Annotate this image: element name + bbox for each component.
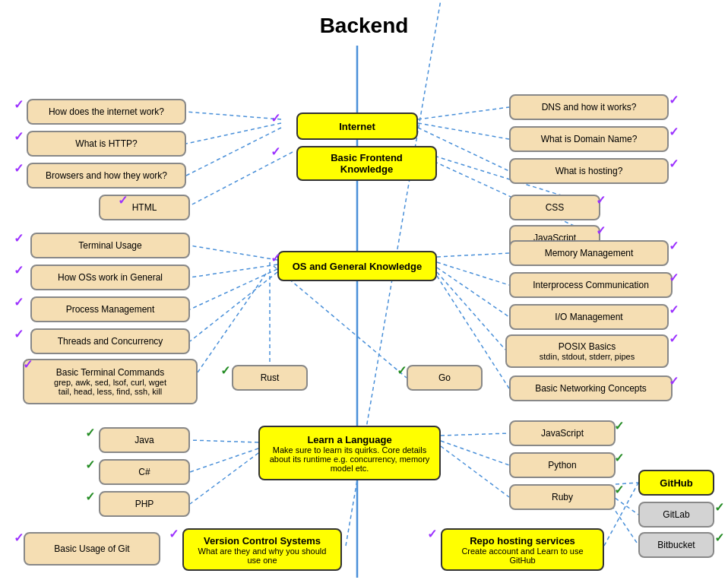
node-vcs: Version Control SystemsWhat are they and… [182, 528, 342, 571]
node-interprocess: Interprocess Communication [509, 272, 673, 298]
svg-line-13 [198, 274, 266, 372]
checkmark-7: ✓ [14, 327, 24, 341]
checkmark-0: ✓ [14, 97, 24, 112]
node-gitlab: GitLab [638, 502, 714, 528]
node-learn_language: Learn a LanguageMake sure to learn its q… [258, 426, 441, 480]
svg-line-25 [441, 441, 509, 465]
checkmark-19: ✓ [669, 303, 679, 317]
svg-line-10 [190, 265, 277, 277]
checkmark-15: ✓ [596, 193, 606, 208]
checkmark-17: ✓ [669, 239, 679, 253]
svg-line-3 [186, 152, 293, 208]
checkmark-29: ✓ [614, 483, 624, 497]
checkmark-14: ✓ [669, 157, 679, 171]
node-memory_mgmt: Memory Management [509, 240, 669, 266]
node-browsers: Browsers and how they work? [27, 163, 186, 189]
checkmark-16: ✓ [596, 223, 606, 238]
svg-line-0 [186, 112, 281, 119]
checkmark-12: ✓ [669, 93, 679, 107]
node-repo_hosting: Repo hosting servicesCreate account and … [441, 528, 604, 571]
checkmark-6: ✓ [14, 295, 24, 309]
node-basic_frontend: Basic Frontend Knowledge [296, 146, 437, 181]
node-threads: Threads and Concurrency [30, 328, 190, 354]
checkmark-20: ✓ [669, 331, 679, 346]
node-php: PHP [99, 491, 190, 517]
node-hosting: What is hosting? [509, 158, 669, 184]
node-github: GitHub [638, 470, 714, 496]
checkmark-31: ✓ [169, 527, 179, 541]
node-rust: Rust [232, 365, 308, 391]
checkmark-1: ✓ [14, 129, 24, 144]
svg-line-26 [441, 446, 509, 497]
node-ruby: Ruby [509, 484, 616, 510]
checkmark-25: ✓ [85, 458, 95, 472]
checkmark-33: ✓ [714, 500, 724, 515]
node-bitbucket: Bitbucket [638, 532, 714, 558]
node-posix: POSIX Basicsstdin, stdout, stderr, pipes [505, 334, 669, 368]
checkmark-23: ✓ [397, 363, 407, 378]
svg-line-2 [186, 128, 281, 176]
checkmark-3: ✓ [118, 193, 128, 208]
svg-line-19 [437, 272, 505, 350]
node-how_os: How OSs work in General [30, 265, 190, 290]
node-css: CSS [509, 195, 600, 220]
svg-line-5 [418, 123, 509, 139]
node-go: Go [407, 365, 483, 391]
checkmark-18: ✓ [669, 271, 679, 285]
checkmark-5: ✓ [14, 263, 24, 277]
node-basic_terminal: Basic Terminal Commandsgrep, awk, sed, l… [23, 359, 198, 404]
node-html: HTML [99, 195, 190, 220]
node-basic_git: Basic Usage of Git [24, 532, 160, 566]
node-process_mgmt: Process Management [30, 296, 190, 322]
node-csharp: C# [99, 459, 190, 485]
checkmark-22: ✓ [220, 363, 230, 378]
checkmark-26: ✓ [85, 490, 95, 504]
svg-line-18 [437, 268, 509, 317]
checkmark-13: ✓ [669, 125, 679, 139]
node-what_http: What is HTTP? [27, 131, 186, 157]
node-dns: DNS and how it works? [509, 94, 669, 120]
checkmark-21: ✓ [669, 374, 679, 388]
checkmark-11: ✓ [271, 251, 280, 265]
node-how_internet: How does the internet work? [27, 99, 186, 125]
page-title: Backend [320, 14, 409, 38]
svg-line-16 [437, 253, 509, 257]
checkmark-28: ✓ [614, 451, 624, 465]
checkmark-34: ✓ [714, 531, 724, 545]
node-java: Java [99, 427, 190, 453]
svg-line-11 [190, 269, 277, 309]
canvas: Backend [0, 0, 728, 583]
checkmark-8: ✓ [23, 357, 33, 372]
node-internet: Internet [296, 112, 418, 140]
checkmark-2: ✓ [14, 161, 24, 176]
svg-line-9 [190, 246, 277, 260]
svg-line-21 [190, 440, 258, 442]
node-javascript_lang: JavaScript [509, 420, 616, 446]
checkmark-4: ✓ [14, 231, 24, 246]
checkmark-10: ✓ [271, 144, 280, 159]
svg-line-1 [186, 123, 281, 144]
svg-line-17 [437, 262, 509, 285]
node-terminal_usage: Terminal Usage [30, 233, 190, 258]
node-os_general: OS and General Knowledge [277, 251, 437, 281]
checkmark-30: ✓ [14, 531, 24, 545]
checkmark-32: ✓ [427, 527, 437, 541]
checkmark-9: ✓ [271, 111, 280, 125]
node-basic_networking: Basic Networking Concepts [509, 375, 673, 401]
node-python: Python [509, 452, 616, 478]
svg-line-15 [274, 266, 407, 378]
node-io_mgmt: I/O Management [509, 304, 669, 330]
svg-line-24 [441, 433, 509, 436]
checkmark-27: ✓ [614, 419, 624, 433]
svg-line-23 [190, 453, 258, 504]
node-domain_name: What is Domain Name? [509, 126, 669, 152]
svg-line-22 [190, 448, 258, 472]
checkmark-24: ✓ [85, 426, 95, 440]
svg-line-4 [418, 107, 509, 119]
svg-line-12 [190, 272, 277, 341]
